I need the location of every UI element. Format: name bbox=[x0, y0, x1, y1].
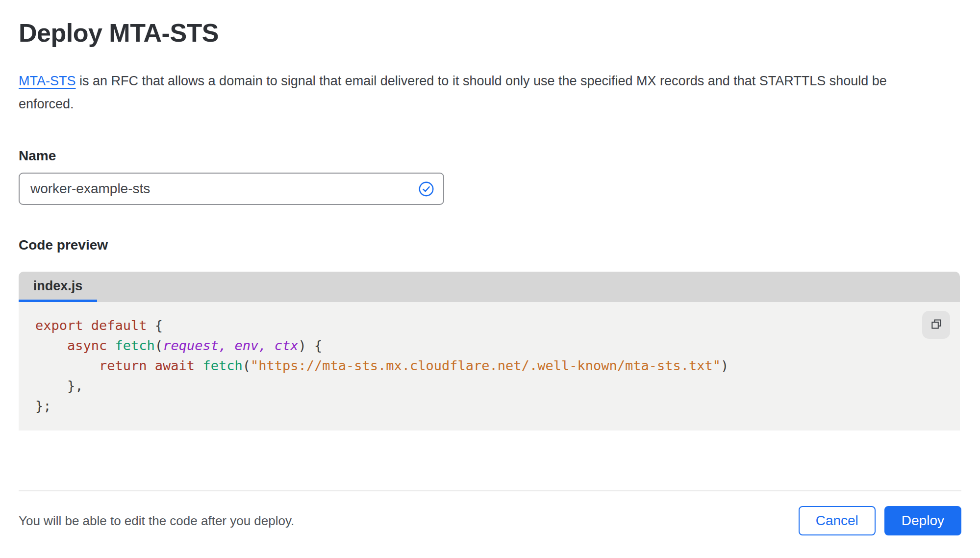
intro-paragraph: MTA-STS is an RFC that allows a domain t… bbox=[19, 70, 938, 116]
intro-text: is an RFC that allows a domain to signal… bbox=[19, 74, 887, 111]
tab-index-js[interactable]: index.js bbox=[19, 272, 97, 302]
code-preview-label: Code preview bbox=[19, 237, 961, 253]
code-line: async fetch(request, env, ctx) { bbox=[35, 335, 901, 355]
footer-actions: Cancel Deploy bbox=[799, 506, 961, 535]
copy-icon bbox=[930, 318, 943, 332]
copy-code-button[interactable] bbox=[922, 311, 950, 339]
code-line: }, bbox=[35, 376, 901, 396]
code-line: return await fetch("https://mta-sts.mx.c… bbox=[35, 355, 901, 376]
cancel-button[interactable]: Cancel bbox=[799, 506, 876, 535]
page-title: Deploy MTA-STS bbox=[19, 18, 961, 48]
footer: You will be able to edit the code after … bbox=[19, 506, 961, 535]
footer-divider bbox=[19, 490, 961, 491]
tab-label: index.js bbox=[33, 279, 83, 293]
code-line: export default { bbox=[35, 315, 901, 335]
deploy-button[interactable]: Deploy bbox=[884, 506, 961, 535]
code-content: export default { async fetch(request, en… bbox=[19, 302, 960, 431]
name-input[interactable] bbox=[19, 173, 444, 205]
code-preview-card: index.js export default { async fetch(re… bbox=[19, 272, 960, 431]
mta-sts-link[interactable]: MTA-STS bbox=[19, 74, 76, 88]
name-label: Name bbox=[19, 148, 961, 164]
name-input-wrap bbox=[19, 173, 444, 205]
code-line: }; bbox=[35, 396, 901, 416]
code-tabbar: index.js bbox=[19, 272, 960, 302]
footer-note: You will be able to edit the code after … bbox=[19, 513, 294, 529]
